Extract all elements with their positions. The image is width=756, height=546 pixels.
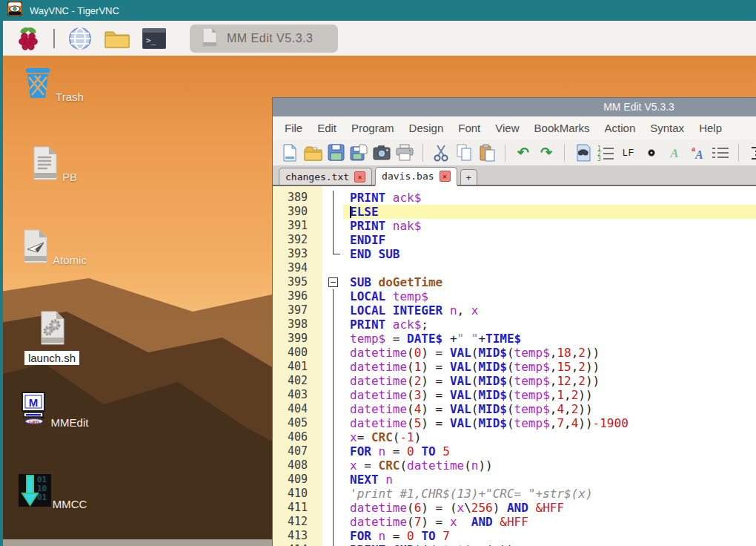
new-tab-button[interactable]: +	[460, 169, 478, 185]
right-justify-icon[interactable]	[747, 143, 756, 162]
find-icon[interactable]	[573, 143, 592, 162]
list-icon[interactable]	[711, 143, 730, 162]
menu-help[interactable]: Help	[692, 118, 729, 138]
desktop-icon-mmcc[interactable]: 011001 MMCC	[13, 473, 90, 511]
desktop-bottom-panel	[0, 539, 273, 546]
fold-collapse-box-icon[interactable]	[328, 277, 338, 287]
code-line-402[interactable]: 402datetime(2) = VAL(MID$(temp$,12,2))	[273, 374, 756, 388]
code-line-389[interactable]: 389PRINT ack$	[273, 191, 756, 205]
code-line-390[interactable]: 390ELSE	[273, 205, 756, 219]
code-editor[interactable]: 389PRINT ack$390ELSE391PRINT nak$392ENDI…	[273, 186, 756, 546]
line-number: 401	[273, 360, 322, 374]
desktop-icon-trash[interactable]: Trash	[13, 65, 90, 104]
code-line-411[interactable]: 411datetime(6) = (x\256) AND &HFF	[273, 501, 756, 515]
line-number: 410	[273, 487, 322, 501]
code-line-393[interactable]: 393END SUB	[273, 247, 756, 261]
desktop-icon-mmedit[interactable]: M GRDMMEdit	[13, 391, 90, 430]
screenshot-camera-icon[interactable]	[372, 143, 391, 162]
tab-changes.txt[interactable]: changes.txt✕	[279, 168, 372, 185]
fold-column	[322, 543, 343, 546]
code-line-409[interactable]: 409NEXT n	[273, 473, 756, 487]
font-icon[interactable]: A	[665, 143, 684, 162]
open-file-icon[interactable]	[303, 143, 322, 162]
save-as-icon[interactable]	[349, 143, 368, 162]
code-line-410[interactable]: 410'print #1,CHR$(13)+"CRC= "+str$(x)	[273, 487, 756, 501]
code-text: LOCAL INTEGER n, x	[343, 303, 756, 318]
fold-toggle-icon[interactable]	[322, 275, 343, 289]
menu-program[interactable]: Program	[344, 118, 402, 138]
menu-view[interactable]: View	[488, 118, 526, 138]
code-line-396[interactable]: 396LOCAL temp$	[273, 289, 756, 303]
taskbar-window-button[interactable]: MM Edit V5.3.3	[190, 24, 338, 53]
launcher-raspberry-menu-icon[interactable]	[15, 24, 42, 53]
menu-syntax[interactable]: Syntax	[643, 118, 692, 138]
redo-icon[interactable]: ↷	[537, 143, 556, 162]
code-line-412[interactable]: 412datetime(7) = x AND &HFF	[273, 515, 756, 529]
tab-davis.bas[interactable]: davis.bas✕	[375, 167, 457, 186]
code-text: datetime(2) = VAL(MID$(temp$,12,2))	[343, 374, 756, 388]
save-icon[interactable]	[326, 143, 345, 162]
code-line-392[interactable]: 392ENDIF	[273, 233, 756, 247]
launcher-terminal-icon[interactable]: >_	[141, 24, 168, 53]
print-icon[interactable]	[395, 143, 414, 162]
fold-column	[322, 501, 343, 515]
desktop-icon-pb[interactable]: PB	[13, 145, 90, 184]
code-line-395[interactable]: 395SUB doGetTime	[273, 275, 756, 289]
fold-column	[322, 374, 343, 388]
copy-icon[interactable]	[454, 143, 474, 162]
menu-font[interactable]: Font	[451, 118, 488, 138]
record-dot-icon[interactable]	[642, 143, 661, 162]
code-line-400[interactable]: 400datetime(0) = VAL(MID$(temp$,18,2))	[273, 346, 756, 360]
fold-column	[322, 289, 343, 303]
line-number: 409	[273, 473, 322, 487]
undo-icon[interactable]: ↶	[514, 143, 533, 162]
desktop-icon-atomic[interactable]: Atomic	[13, 228, 90, 267]
code-text: FOR n = 0 TO 5	[343, 444, 756, 458]
launcher-file-manager-icon[interactable]	[104, 24, 130, 53]
menu-design[interactable]: Design	[402, 118, 451, 138]
taskbar-separator	[53, 29, 55, 48]
code-line-401[interactable]: 401datetime(1) = VAL(MID$(temp$,15,2))	[273, 360, 756, 374]
code-line-404[interactable]: 404datetime(4) = VAL(MID$(temp$,4,2))	[273, 402, 756, 416]
code-line-399[interactable]: 399temp$ = DATE$ +" "+TIME$	[273, 332, 756, 346]
document-gear-icon	[34, 310, 70, 346]
toolbar-separator	[738, 144, 739, 162]
line-number: 404	[273, 402, 322, 416]
code-line-394[interactable]: 394	[273, 261, 756, 275]
fold-column	[322, 487, 343, 501]
tab-close-icon[interactable]: ✕	[440, 171, 451, 182]
line-number: 399	[273, 332, 322, 346]
svg-text:>_: >_	[146, 36, 156, 45]
code-text: x = CRC(datetime(n))	[343, 458, 756, 473]
menu-file[interactable]: File	[277, 118, 310, 138]
code-line-398[interactable]: 398PRINT ack$;	[273, 318, 756, 332]
syntax-color-icon[interactable]: a A	[688, 143, 707, 162]
line-ending-lf-icon[interactable]: LF	[619, 143, 638, 162]
menu-action[interactable]: Action	[597, 118, 643, 138]
line-numbers-icon[interactable]: 123	[596, 143, 615, 162]
cut-icon[interactable]	[431, 143, 451, 162]
line-number: 398	[273, 318, 322, 332]
code-line-414[interactable]: 414PRINT CHR$(datetime(n))	[273, 543, 756, 546]
code-line-405[interactable]: 405datetime(5) = VAL(MID$(temp$,7,4))-19…	[273, 416, 756, 430]
code-line-413[interactable]: 413FOR n = 0 TO 7	[273, 529, 756, 543]
code-line-397[interactable]: 397LOCAL INTEGER n, x	[273, 303, 756, 318]
code-line-408[interactable]: 408x = CRC(datetime(n))	[273, 458, 756, 473]
new-file-icon[interactable]	[280, 143, 299, 162]
code-line-406[interactable]: 406x= CRC(-1)	[273, 430, 756, 444]
tab-close-icon[interactable]: ✕	[354, 171, 365, 182]
mmedit-titlebar[interactable]: MM Edit V5.3.3	[273, 98, 756, 116]
code-text: PRINT nak$	[343, 219, 756, 233]
launcher-browser-globe-icon[interactable]	[67, 24, 93, 53]
code-text: x= CRC(-1)	[343, 430, 756, 444]
paste-icon[interactable]	[477, 143, 497, 162]
desktop-icon-launch-sh[interactable]: launch.sh	[13, 310, 90, 365]
code-text: datetime(6) = (x\256) AND &HFF	[343, 501, 756, 515]
code-text: datetime(7) = x AND &HFF	[343, 515, 756, 529]
vnc-window-title: WayVNC - TigerVNC	[30, 5, 119, 16]
code-line-407[interactable]: 407FOR n = 0 TO 5	[273, 444, 756, 458]
code-line-403[interactable]: 403datetime(3) = VAL(MID$(temp$,1,2))	[273, 388, 756, 402]
code-line-391[interactable]: 391PRINT nak$	[273, 219, 756, 233]
menu-edit[interactable]: Edit	[310, 118, 344, 138]
menu-bookmarks[interactable]: BookMarks	[527, 118, 597, 138]
